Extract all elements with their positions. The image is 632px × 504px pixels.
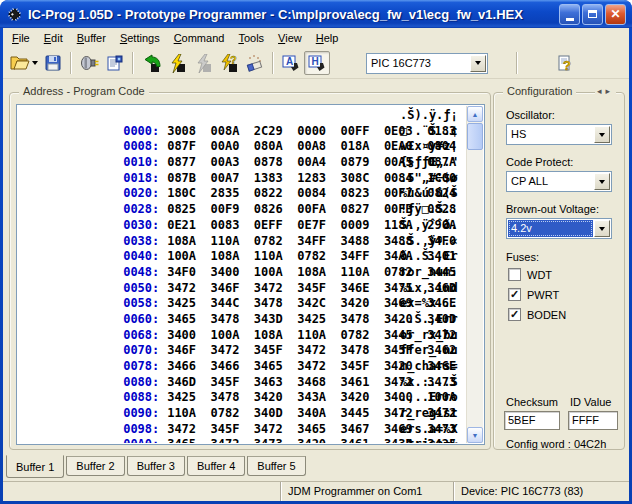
hex-row[interactable]: 00A0:3465 3472 3473 3420 3461 343D 3425 … xyxy=(22,422,466,438)
program-device-button[interactable] xyxy=(164,51,190,75)
open-file-dropdown-icon[interactable] xyxy=(30,51,40,75)
hex-row[interactable]: 0070:346F 3472 345F 3472 3478 345F 3462 … xyxy=(22,328,466,344)
erase-device-button[interactable] xyxy=(190,51,216,75)
vertical-scrollbar[interactable]: ▲ ▼ xyxy=(466,106,483,443)
hex-row[interactable]: 0048:34F0 3400 100A 108A 110A 0782 3445 … xyxy=(22,249,466,265)
toolbar-separator xyxy=(516,52,518,74)
read-device-button[interactable] xyxy=(138,51,164,75)
svg-text:?: ? xyxy=(230,54,237,66)
hex-ascii: r_regist xyxy=(400,406,458,422)
checksum-field[interactable]: 5BEF xyxy=(504,411,560,430)
menu-item[interactable]: File xyxy=(5,30,37,46)
hex-row[interactable]: 0030:0E21 0083 0EFF 0E7F 0009 118A 290A … xyxy=(22,202,466,218)
fuse-label: WDT xyxy=(527,269,552,281)
config-word-value: 04C2h xyxy=(574,438,606,450)
brownout-dropdown-icon[interactable] xyxy=(594,220,610,237)
device-select[interactable]: PIC 16C773 xyxy=(366,53,488,74)
device-info-icon xyxy=(106,54,124,72)
minimize-button[interactable] xyxy=(559,4,580,25)
titlebar[interactable]: IC-Prog 1.05D - Prototype Programmer - C… xyxy=(0,0,632,28)
verify-device-button[interactable]: ? xyxy=(216,51,242,75)
hex-row[interactable]: 0010:0877 00A3 0878 00A4 0879 00A5 087A … xyxy=(22,139,466,155)
open-folder-icon xyxy=(10,54,30,72)
buffer-a-icon: A xyxy=(281,54,301,72)
fuse-row[interactable]: WDT xyxy=(508,268,566,281)
config-word-label: Config word : xyxy=(506,438,571,450)
scroll-up-icon[interactable]: ▲ xyxy=(467,106,483,122)
blank-check-button[interactable] xyxy=(242,51,268,75)
status-programmer: JDM Programmer on Com1 xyxy=(280,482,453,501)
maximize-button[interactable] xyxy=(582,4,603,25)
hex-row[interactable]: 0088:3425 3478 3420 343A 3420 3400 100A … xyxy=(22,375,466,391)
fuse-row[interactable]: ✓ BODEN xyxy=(508,308,566,321)
code-protect-dropdown-icon[interactable] xyxy=(594,173,610,190)
toolbar: ? A xyxy=(3,48,629,79)
hardware-settings-button[interactable] xyxy=(76,51,102,75)
close-button[interactable]: ✕ xyxy=(605,4,626,25)
checkbox-icon[interactable]: ✓ xyxy=(508,288,521,301)
checkbox-icon[interactable] xyxy=(508,268,521,281)
svg-text:H: H xyxy=(312,56,319,67)
hex-ascii: or_rx_bu xyxy=(400,328,458,344)
brownout-select[interactable]: 4.2v xyxy=(506,218,612,239)
hex-row[interactable]: 0068:3400 100A 108A 110A 0782 3445 3472 … xyxy=(22,312,466,328)
menu-item[interactable]: Settings xyxy=(113,30,167,46)
hex-ascii: m_chars= xyxy=(400,359,458,375)
hex-row[interactable]: 0098:3472 345F 3472 3465 3467 3469 3473 … xyxy=(22,406,466,422)
device-select-dropdown-icon[interactable] xyxy=(470,55,486,72)
hex-row[interactable]: 0038:108A 110A 0782 34FF 3488 3488 34F0 … xyxy=(22,218,466,234)
buffer-tab[interactable]: Buffer 2 xyxy=(66,456,124,476)
device-info-button[interactable] xyxy=(102,51,128,75)
hex-row[interactable]: 0008:087F 00A0 080A 00A8 018A 0EA0 0804 … xyxy=(22,124,466,140)
oscillator-label: Oscillator: xyxy=(506,109,555,121)
hex-row[interactable]: 0020:180C 2835 0822 0084 0823 00F7 0824 … xyxy=(22,171,466,187)
load-buffer-h-button[interactable]: H xyxy=(304,51,330,75)
menu-item[interactable]: Tools xyxy=(231,30,271,46)
hex-row[interactable]: 0050:3472 346F 3472 345F 346E 3475 346D … xyxy=(22,265,466,281)
save-file-button[interactable] xyxy=(40,51,66,75)
help-button[interactable]: ? xyxy=(552,51,578,75)
buffer-tab[interactable]: Buffer 4 xyxy=(187,456,245,476)
hex-ascii: ..Š.‚Err xyxy=(400,312,458,328)
scroll-down-icon[interactable]: ▼ xyxy=(467,427,483,443)
menu-item[interactable]: Buffer xyxy=(70,30,113,46)
oscillator-dropdown-icon[interactable] xyxy=(594,126,610,143)
fuse-row[interactable]: ✓ PWRT xyxy=(508,288,566,301)
hex-row[interactable]: 0040:100A 108A 110A 0782 34FF 34AA 3401 … xyxy=(22,234,466,250)
buffer-tab[interactable]: Buffer 1 xyxy=(6,455,64,478)
code-protect-select[interactable]: CP ALL xyxy=(506,171,612,192)
checkbox-icon[interactable]: ✓ xyxy=(508,308,521,321)
id-value-field[interactable]: FFFF xyxy=(568,411,618,430)
menu-item[interactable]: Edit xyxy=(37,30,70,46)
hex-row[interactable]: 0080:346D 345F 3463 3468 3461 3472 3473 … xyxy=(22,359,466,375)
hex-row[interactable]: 00A8:342C 3474 3472 3469 3473 3461 343D … xyxy=(22,437,466,443)
menu-item[interactable]: Command xyxy=(167,30,232,46)
verify-chip-icon: ? xyxy=(219,54,239,73)
oscillator-value: HS xyxy=(508,126,593,143)
hex-row[interactable]: 0058:3425 344C 3478 342C 3420 3469 346E … xyxy=(22,281,466,297)
menu-item[interactable]: Help xyxy=(309,30,346,46)
hex-row[interactable]: 0028:0825 00F9 0826 00FA 0827 00FB 0828 … xyxy=(22,186,466,202)
menu-item[interactable]: View xyxy=(271,30,309,46)
hex-row[interactable]: 0090:110A 0782 340D 340A 3445 3472 3472 … xyxy=(22,390,466,406)
hex-ascii: %Lx,.ind xyxy=(400,281,458,297)
hex-row[interactable]: 0078:3466 3466 3465 3472 345F 3420 346E … xyxy=(22,343,466,359)
load-buffer-a-button[interactable]: A xyxy=(278,51,304,75)
buffer-tab[interactable]: Buffer 5 xyxy=(247,456,305,476)
toolbar-separator xyxy=(272,52,274,74)
svg-text:?: ? xyxy=(563,58,571,72)
hex-ascii: w£x¤y¥z¦ xyxy=(400,139,458,155)
code-protect-value: CP ALL xyxy=(508,173,593,190)
hex-row[interactable]: 0000:3008 008A 2C29 0000 00FF 0E03 0183 … xyxy=(22,108,466,124)
hex-ascii: {§ƒƒŒ„." xyxy=(400,155,458,171)
hex-row[interactable]: 0018:087B 00A7 1383 1283 308C 0084 1C00 … xyxy=(22,155,466,171)
program-code-list[interactable]: 0000:3008 008A 2C29 0000 00FF 0E03 0183 … xyxy=(16,104,485,445)
hex-row[interactable]: 0060:3465 3478 343D 3425 3478 3420 340D … xyxy=(22,296,466,312)
oscillator-select[interactable]: HS xyxy=(506,124,612,145)
hex-ascii: Š.‚ÿˆˆð. xyxy=(400,218,458,234)
hex-ascii: ð..Š.‚Er xyxy=(400,249,458,265)
buffer-tab[interactable]: Buffer 3 xyxy=(127,456,185,476)
scrollbar-thumb[interactable] xyxy=(467,123,483,150)
config-next-arrow[interactable]: ▸ xyxy=(605,86,614,96)
hex-rows: 0000:3008 008A 2C29 0000 00FF 0E03 0183 … xyxy=(18,106,466,443)
